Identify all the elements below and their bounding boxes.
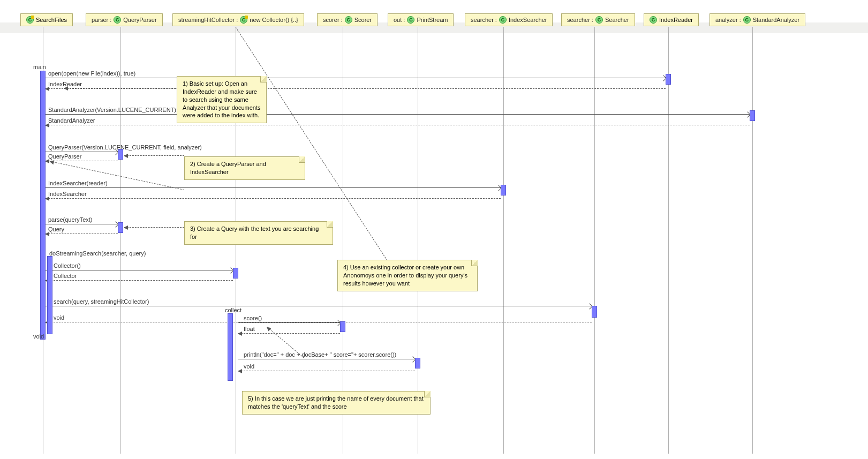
lifeline-out [418,27,418,454]
note-4: 4) Use an existing collector or create y… [337,260,478,291]
msg-arrow-qp_call [46,152,118,152]
participant-class: IndexSearcher [509,17,547,23]
msg-label-is_ret: IndexSearcher [48,191,87,197]
participant-var: scorer : [323,17,343,23]
msg-arrow-score_ret [238,333,340,334]
msg-label-qp_call: QueryParser(Version.LUCENE_CURRENT, fiel… [48,144,202,151]
msg-label-sa_ret: StandardAnalyzer [48,117,95,124]
msg-label-parse_ret: Query [48,226,64,232]
msg-arrow-score_call [238,322,340,323]
lifeline-searcher2 [594,27,595,454]
lifeline-scorer [343,27,343,454]
frame-label-main: main [33,64,46,70]
msg-label-is_call: IndexSearcher(reader) [48,180,108,186]
msg-label-parse_call: parse(queryText) [48,216,93,223]
msg-arrow-search_call [46,306,592,306]
class-icon: C [595,16,603,24]
msg-label-coll_call: Collector() [54,262,81,269]
arrowhead-left-icon [45,159,49,163]
activation-out [415,358,420,368]
arrowhead-left-icon [238,332,242,336]
note-5: 5) In this case we are just printing the… [242,391,431,415]
note-2: 2) Create a QueryParser and IndexSearche… [184,156,305,180]
participant-var: searcher : [471,17,497,23]
participant-var: streamingHitCollector : [178,17,238,23]
activation-analyzer [750,110,755,121]
msg-label-qp_ret: QueryParser [48,153,81,160]
participant-parser[interactable]: parser : C QueryParser [86,13,163,26]
msg-arrow-println_call [238,359,415,359]
class-icon: C [26,16,34,24]
msg-arrow-sa_ret [46,125,750,125]
msg-label-coll_ret: Collector [54,273,77,279]
class-icon: C [499,16,507,24]
frame-label-collect: collect [225,307,241,313]
participant-out[interactable]: out : C PrintStream [388,13,454,26]
activation-main [40,71,46,340]
msg-arrow-open_ret [46,88,666,89]
class-icon: C [743,16,751,24]
lifeline-analyzer [752,27,753,454]
arrowhead-left-icon [45,232,49,236]
participant-class: PrintStream [417,17,448,23]
class-icon: C [345,16,352,24]
note-ptr-3 [124,227,184,228]
participant-isearcher[interactable]: searcher : C IndexSearcher [465,13,553,26]
participant-var: analyzer : [715,17,741,23]
activation-parser-2 [118,222,123,233]
participant-searcher2[interactable]: searcher : C Searcher [561,13,635,26]
participant-searchfiles[interactable]: CSearchFiles [20,13,73,26]
participant-var: out : [394,17,405,23]
activation-scorer [340,321,345,332]
participant-scorer[interactable]: scorer : C Scorer [317,13,378,26]
msg-label-sa_call: StandardAnalyzer(Version.LUCENE_CURRENT) [48,107,176,113]
msg-label-println_ret: void [244,363,254,370]
arrowhead-left-icon [45,123,49,127]
activation-parser [118,149,123,160]
msg-label-search_ret: void [54,314,64,321]
participant-ireader[interactable]: CIndexReader [644,13,699,26]
note-1: 1) Basic set up: Open an IndexReader and… [177,76,267,123]
lifeline-parser [120,27,121,454]
msg-arrow-open_call [46,78,666,78]
msg-label-dss: doStreamingSearch(searcher, query) [49,250,146,257]
participant-var: parser : [92,17,111,23]
participant-analyzer[interactable]: analyzer : C StandardAnalyzer [710,13,805,26]
msg-arrow-println_ret [238,371,415,371]
msg-arrow-parse_ret [46,234,118,234]
note-ptr-1a [124,155,184,156]
participant-collector[interactable]: streamingHitCollector : C new Collector(… [172,13,304,26]
msg-label-search_call: search(query, streamingHitCollector) [54,298,149,305]
msg-arrow-coll_ret [46,280,233,281]
arrowhead-left-icon [45,197,49,201]
note-3-text: 3) Create a Query with the text you are … [190,225,319,240]
arrowhead-left-icon [45,87,49,91]
msg-arrow-is_ret [46,198,501,199]
participant-class: new Collector() {..} [250,17,298,23]
msg-arrow-sa_call [46,114,750,115]
activation-searcher2 [592,306,597,318]
msg-arrow-is_call [46,187,501,188]
lifeline-isearcher [503,27,504,454]
msg-label-void2: void [33,333,44,340]
note-ptr-0 [64,88,177,88]
class-icon: C [240,16,247,24]
note-3: 3) Create a Query with the text you are … [184,221,333,245]
participant-label: SearchFiles [36,17,67,23]
participant-class: QueryParser [123,17,156,23]
participant-class: Scorer [354,17,372,23]
activation-isearcher [501,185,506,195]
note-5-text: 5) In this case we are just printing the… [248,395,424,410]
participant-label: IndexReader [659,17,693,23]
msg-label-open_call: open(open(new File(index)), true) [48,70,135,77]
participant-class: StandardAnalyzer [753,17,799,23]
participant-var: searcher : [567,17,593,23]
class-icon: C [407,16,414,24]
lifeline-ireader [668,27,669,454]
msg-label-score_call: score() [244,315,262,321]
class-icon: C [650,16,657,24]
msg-arrow-coll_call [46,270,233,270]
msg-label-println_call: println("doc=" + doc + docBase+ " score=… [244,351,396,358]
note-2-text: 2) Create a QueryParser and IndexSearche… [190,161,266,175]
activation-collector-new [233,268,238,279]
